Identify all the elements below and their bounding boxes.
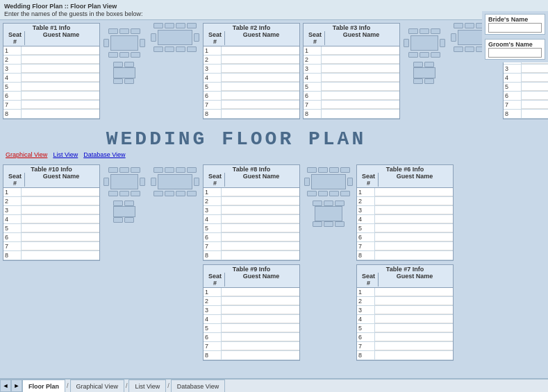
chair <box>131 28 140 34</box>
nav-database[interactable]: Database View <box>83 151 125 158</box>
nav-list[interactable]: List View <box>53 151 78 158</box>
seat-input[interactable] <box>375 324 453 332</box>
groom-label: Groom's Name <box>488 41 542 48</box>
chair <box>304 178 310 186</box>
seat-input[interactable] <box>22 242 99 250</box>
seat-input[interactable] <box>222 315 299 323</box>
seat-input[interactable] <box>22 65 99 73</box>
seat-input[interactable] <box>222 46 299 55</box>
table-row: 6 <box>204 333 299 342</box>
seat-input[interactable] <box>222 206 299 214</box>
tab-next-button[interactable]: ► <box>11 380 22 392</box>
seat-input[interactable] <box>222 92 299 100</box>
chair <box>124 201 134 206</box>
table6-header: Table #6 Info Seat # Guest Name <box>357 165 453 188</box>
seat-input[interactable] <box>522 101 548 109</box>
seat-input[interactable] <box>222 233 299 241</box>
seat-input[interactable] <box>22 224 99 232</box>
seat-input[interactable] <box>22 233 99 241</box>
seat-input[interactable] <box>522 65 548 73</box>
seat-input[interactable] <box>22 206 99 214</box>
tab-list-view[interactable]: List View <box>128 380 166 392</box>
seat-input[interactable] <box>22 188 99 196</box>
seat-input[interactable] <box>322 110 399 118</box>
seat-input[interactable] <box>375 188 453 196</box>
groom-name-input[interactable] <box>488 48 542 58</box>
seat-input[interactable] <box>375 288 453 296</box>
seat-input[interactable] <box>522 83 548 91</box>
tab-database-view[interactable]: Database View <box>171 380 225 392</box>
table-row: 4 <box>504 74 548 83</box>
seat-input[interactable] <box>22 251 99 259</box>
seat-input[interactable] <box>22 83 99 91</box>
table-row: 1 <box>3 46 99 56</box>
seat-input[interactable] <box>222 288 299 296</box>
seat-input[interactable] <box>222 351 299 359</box>
table-row: 5 <box>504 83 548 92</box>
seat-input[interactable] <box>222 65 299 73</box>
seat-input[interactable] <box>222 342 299 350</box>
seat-input[interactable] <box>222 83 299 91</box>
table-row: 1 <box>357 288 453 297</box>
seat-input[interactable] <box>222 297 299 305</box>
seat-input[interactable] <box>22 56 99 64</box>
seat-input[interactable] <box>322 74 399 82</box>
seat-input[interactable] <box>375 342 453 350</box>
table-row: 3 <box>204 306 299 315</box>
seat-input[interactable] <box>322 83 399 91</box>
tab-prev-button[interactable]: ◄ <box>0 380 11 392</box>
tab-graphical-view[interactable]: Graphical View <box>70 380 124 392</box>
bride-name-input[interactable] <box>488 23 542 33</box>
seat-input[interactable] <box>322 92 399 100</box>
seat-input[interactable] <box>375 351 453 359</box>
seat-input[interactable] <box>222 56 299 64</box>
seat-input[interactable] <box>222 110 299 118</box>
chairs-left <box>149 176 158 187</box>
chair <box>119 167 129 173</box>
seat-input[interactable] <box>375 215 453 223</box>
tab-floor-plan[interactable]: Floor Plan <box>22 380 65 392</box>
seat-input[interactable] <box>522 110 548 118</box>
seat-input[interactable] <box>375 242 453 250</box>
seat-input[interactable] <box>375 206 453 214</box>
table-row: 8 <box>357 351 453 360</box>
seat-input[interactable] <box>375 306 453 314</box>
seat-input[interactable] <box>222 224 299 232</box>
seat-input[interactable] <box>522 74 548 82</box>
seat-input[interactable] <box>222 74 299 82</box>
seat-input[interactable] <box>22 92 99 100</box>
seat-input[interactable] <box>375 224 453 232</box>
seat-input[interactable] <box>322 56 399 64</box>
chair <box>408 28 418 34</box>
seat-input[interactable] <box>222 197 299 205</box>
seat-input[interactable] <box>222 242 299 250</box>
seat-input[interactable] <box>322 46 399 55</box>
right-panel: Bride's Name Groom's Name <box>482 11 548 62</box>
seat-input[interactable] <box>22 110 99 118</box>
seat-input[interactable] <box>375 333 453 341</box>
seat-input[interactable] <box>22 197 99 205</box>
seat-input[interactable] <box>222 188 299 196</box>
chair <box>324 201 333 206</box>
seat-input[interactable] <box>222 306 299 314</box>
seat-input[interactable] <box>375 251 453 259</box>
seat-input[interactable] <box>22 101 99 109</box>
seat-input[interactable] <box>375 297 453 305</box>
seat-input[interactable] <box>322 101 399 109</box>
seat-input[interactable] <box>222 333 299 341</box>
seat-input[interactable] <box>22 46 99 55</box>
seat-input[interactable] <box>322 65 399 73</box>
seat-input[interactable] <box>222 215 299 223</box>
seat-input[interactable] <box>222 324 299 332</box>
seat-input[interactable] <box>222 251 299 259</box>
chairs-left <box>102 37 110 49</box>
seat-input[interactable] <box>375 233 453 241</box>
seat-input[interactable] <box>222 101 299 109</box>
seat-input[interactable] <box>375 197 453 205</box>
nav-graphical[interactable]: Graphical View <box>6 151 47 158</box>
seat-input[interactable] <box>22 215 99 223</box>
table-row: 1 <box>357 188 453 197</box>
seat-input[interactable] <box>22 74 99 82</box>
seat-input[interactable] <box>375 315 453 323</box>
seat-input[interactable] <box>522 92 548 100</box>
